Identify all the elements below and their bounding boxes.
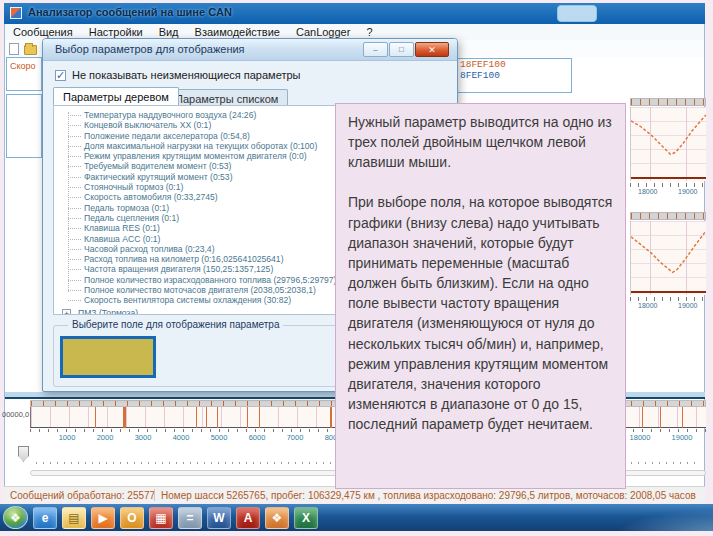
event-line [95,407,96,428]
event-line [123,407,126,428]
event-line [196,407,197,428]
menu-item[interactable]: Вид [159,26,179,38]
event-line [330,407,332,428]
taskbar-word-icon[interactable]: W [207,507,231,529]
graph2-scroll-strip[interactable] [630,212,706,220]
event-line [642,407,643,428]
status-divider [154,489,155,501]
annotation-overlay: Нужный параметр выводится на одно из тре… [335,103,626,489]
event-line [660,407,661,428]
dialog-minimize-button[interactable]: – [363,42,388,57]
event-line [217,407,218,428]
axis-label: 19000 [678,302,697,309]
tree-group-label: ПМЗ (Тормоза) [78,308,138,315]
annotation-paragraph-2: При выборе поля, на которое выводятся гр… [348,192,613,434]
dialog-titlebar[interactable]: Выбор параметров для отображения – □ ✕ [43,39,457,61]
axis-label: 18000 [638,188,657,195]
taskbar-outlook-icon[interactable]: O [120,507,144,529]
axis-label: 6000 [249,433,266,442]
hide-static-params-label: Не показывать неизменяющиеся параметры [72,69,300,81]
menu-item[interactable]: CanLogger [296,26,350,38]
status-vehicle-info: Номер шасси 5265765, пробег: 106329,475 … [161,490,696,501]
event-line [259,407,260,428]
graph1-baseline [631,177,706,179]
graph1-axis-ticks [630,183,706,187]
graph2-axis-ticks [630,297,706,301]
event-line [206,407,207,428]
axis-label: 2000 [97,433,114,442]
left-panel-box[interactable] [6,94,42,158]
dialog-restore-button[interactable]: □ [389,42,414,57]
taskbar-excel-icon[interactable]: X [294,507,318,529]
dialog-window-buttons: – □ ✕ [363,42,449,57]
menu-item[interactable]: Настройки [89,26,143,38]
start-button[interactable]: ❖ [3,506,28,529]
expand-plus-icon[interactable]: + [62,309,71,315]
dialog-title: Выбор параметров для отображения [55,43,245,55]
status-messages-count: Сообщений обработано: 25577 [4,490,154,501]
app-title: Анализатор сообщений на шине CAN [28,6,232,18]
taskbar-calculator-icon[interactable]: = [178,507,202,529]
menu-item[interactable]: Взаимодействие [195,26,280,38]
titlebar-highlight [557,5,597,22]
graph1-series-line [631,107,706,180]
tab-parameters-tree[interactable]: Параметры деревом [53,87,179,105]
graph-field-1: 1800019000 [630,98,706,206]
desktop: Анализатор сообщений на шине CAN Сообщен… [0,0,713,536]
graph2-plot [630,221,706,295]
can-id-list[interactable]: 18FEF1008FEF100 [455,58,572,93]
axis-label: 3000 [135,433,152,442]
bottom-chart-y-label: 00000,0 [2,410,29,419]
event-line [247,407,248,428]
taskbar: ❖e▤▶O▦=WA❖X [0,504,713,531]
menu-item[interactable]: ? [366,26,372,38]
annotation-paragraph-1: Нужный параметр выводится на одно из тре… [348,112,613,172]
axis-label: 18000 [638,302,657,309]
axis-label: 18000 [630,433,651,442]
axis-label: 4000 [173,433,190,442]
can-id-item[interactable]: 8FEF100 [456,70,571,81]
graph-field-2: 1800019000 [630,212,706,320]
axis-label: 7000 [287,433,304,442]
graph1-axis-labels: 1800019000 [630,188,706,198]
axis-label: 19000 [672,433,693,442]
open-folder-icon[interactable] [24,45,37,55]
taskbar-ie-icon[interactable]: e [33,507,57,529]
parameter-drop-field[interactable] [60,336,156,378]
dialog-close-button[interactable]: ✕ [415,42,449,57]
axis-label: 19000 [678,188,697,195]
field-select-label: Выберите поле для отображения параметра [68,319,283,330]
new-document-icon[interactable] [9,43,19,55]
left-parameter-list[interactable]: Скоро [6,57,42,91]
left-list-item: Скоро [7,58,41,71]
can-id-item[interactable]: 18FEF100 [456,59,571,70]
graph1-plot [630,107,706,181]
app-icon [10,7,22,19]
event-line [682,407,683,428]
graph2-series-line [631,221,706,294]
taskbar-photo-icon[interactable]: ❖ [265,507,289,529]
graph2-axis-labels: 1800019000 [630,302,706,312]
taskbar-media-player-icon[interactable]: ▶ [91,507,115,529]
graph2-baseline [631,291,706,293]
taskbar-explorer-icon[interactable]: ▤ [62,507,86,529]
axis-label: 5000 [211,433,228,442]
menu-item[interactable]: Сообщения [13,26,73,38]
axis-label: 1000 [59,433,76,442]
taskbar-acrobat-icon[interactable]: A [236,507,260,529]
graph1-scroll-strip[interactable] [630,98,706,106]
hide-static-params-checkbox[interactable]: ✓ [55,70,66,81]
taskbar-app-red-icon[interactable]: ▦ [149,507,173,529]
